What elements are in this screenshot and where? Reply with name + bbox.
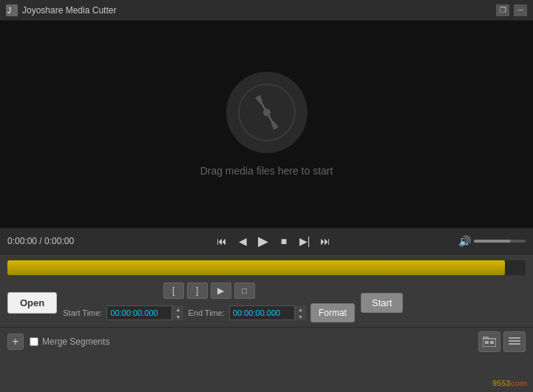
start-button[interactable]: Start [361, 293, 403, 313]
start-time-down[interactable]: ▼ [172, 313, 183, 320]
end-time-down[interactable]: ▼ [294, 313, 306, 320]
skip-back-fast-button[interactable]: ⏮ [213, 232, 231, 250]
svg-rect-10 [509, 337, 520, 339]
skip-forward-fast-button[interactable]: ⏭ [316, 232, 334, 250]
svg-rect-7 [483, 339, 496, 347]
end-time-label: End Time: [188, 308, 225, 317]
restore-button[interactable]: ❐ [496, 4, 509, 16]
skip-back-button[interactable]: ◀ [234, 232, 251, 250]
title-bar: J Joyoshare Media Cutter ❐ ─ [0, 0, 533, 21]
start-time-wrap: ▲ ▼ [106, 305, 183, 320]
svg-rect-11 [509, 340, 520, 342]
end-time-spinner: ▲ ▼ [294, 305, 306, 320]
list-button[interactable] [503, 331, 526, 352]
bottom-controls: Open [ ] ▶ □ Start Time: ▲ ▼ End Time: [0, 278, 533, 327]
window-controls: ❐ ─ [496, 4, 527, 16]
footer-right-buttons [478, 331, 526, 352]
video-placeholder-icon [226, 72, 308, 153]
start-time-spinner: ▲ ▼ [172, 305, 183, 320]
svg-rect-8 [485, 341, 489, 344]
volume-icon: 🔊 [458, 235, 471, 247]
format-button[interactable]: Format [310, 303, 355, 322]
svg-text:J: J [7, 7, 11, 15]
playback-controls-bar: 0:00:00 / 0:00:00 ⏮ ◀ ▶ ■ ▶| ⏭ 🔊 [0, 228, 533, 254]
svg-point-6 [263, 109, 271, 116]
svg-rect-9 [490, 341, 494, 344]
time-display: 0:00:00 / 0:00:00 [7, 236, 89, 246]
time-inputs-row: Start Time: ▲ ▼ End Time: ▲ ▼ Form [63, 303, 355, 322]
merge-label: Merge Segments [42, 337, 109, 347]
app-logo: J [6, 4, 18, 16]
video-area[interactable]: Drag media files here to start [0, 21, 533, 228]
merge-checkbox[interactable] [30, 337, 38, 346]
segment-controls-group: [ ] ▶ □ Start Time: ▲ ▼ End Time: [63, 283, 355, 322]
play-button[interactable]: ▶ [254, 232, 272, 250]
playback-buttons: ⏮ ◀ ▶ ■ ▶| ⏭ [92, 232, 455, 250]
footer: + Merge Segments [0, 327, 533, 355]
open-button[interactable]: Open [7, 292, 57, 314]
mark-out-button[interactable]: ] [187, 283, 208, 299]
end-time-up[interactable]: ▲ [294, 305, 306, 313]
start-time-up[interactable]: ▲ [172, 305, 183, 313]
skip-forward-button[interactable]: ▶| [296, 232, 313, 250]
segment-icon-row: [ ] ▶ □ [163, 283, 255, 299]
mark-in-button[interactable]: [ [163, 283, 184, 299]
timeline-fill [7, 260, 505, 275]
play-segment-button[interactable]: ▶ [211, 283, 231, 299]
watermark: 9553com [492, 379, 527, 388]
add-segment-button[interactable]: + [7, 334, 24, 350]
drag-hint-text: Drag media files here to start [200, 165, 333, 177]
start-time-label: Start Time: [63, 308, 102, 317]
timeline-area [0, 254, 533, 278]
folder-button[interactable] [478, 331, 500, 352]
remove-segment-button[interactable]: □ [234, 283, 255, 299]
timeline-track[interactable] [7, 260, 526, 275]
volume-slider[interactable] [474, 240, 526, 243]
volume-control: 🔊 [458, 235, 526, 247]
stop-button[interactable]: ■ [275, 232, 293, 250]
minimize-button[interactable]: ─ [514, 4, 527, 16]
svg-rect-12 [509, 343, 520, 345]
end-time-wrap: ▲ ▼ [229, 305, 306, 320]
app-title: Joyoshare Media Cutter [22, 5, 496, 16]
